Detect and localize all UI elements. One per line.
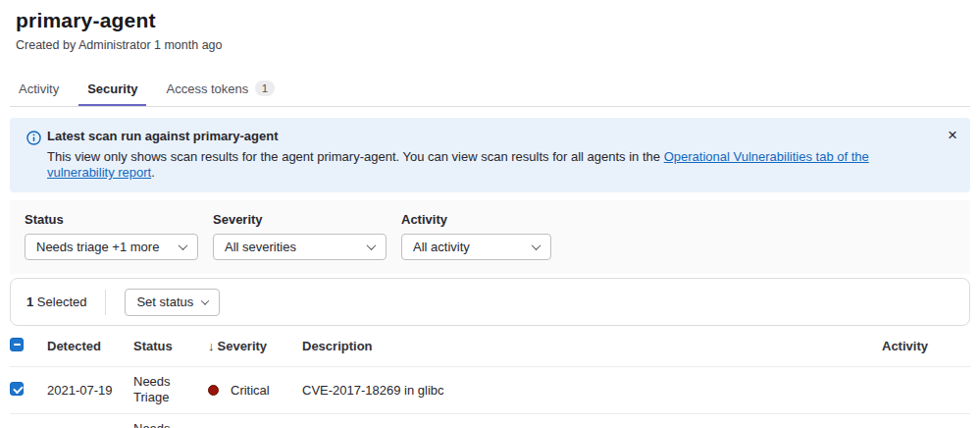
tab-activity[interactable]: Activity: [10, 75, 68, 106]
access-tokens-count-badge: 1: [255, 80, 274, 96]
column-header-detected: Detected: [47, 326, 133, 366]
selected-count-label: Selected: [37, 294, 87, 309]
chevron-down-icon: [179, 241, 188, 250]
chevron-down-icon: [367, 241, 377, 250]
cell-activity: [882, 366, 970, 413]
page-subtitle: Created by Administrator 1 month ago: [16, 38, 980, 53]
tab-security-label: Security: [87, 81, 137, 96]
banner-text: This view only shows scan results for th…: [47, 149, 927, 181]
tab-bar: Activity Security Access tokens 1: [10, 74, 970, 107]
cell-activity: [882, 413, 970, 428]
severity-filter-group: Severity All severities: [213, 212, 387, 260]
banner-close-icon[interactable]: ×: [948, 127, 957, 143]
column-header-severity[interactable]: ↓Severity: [208, 326, 302, 366]
cell-detected: 2021-07-19: [47, 413, 133, 428]
column-header-description: Description: [302, 326, 882, 366]
scan-info-banner: Latest scan run against primary-agent Th…: [10, 118, 970, 192]
cell-description: CVE-2017-18269 in glibc: [302, 366, 882, 413]
banner-title: Latest scan run against primary-agent: [47, 129, 927, 144]
tab-access-tokens-label: Access tokens: [166, 81, 248, 96]
tab-activity-label: Activity: [19, 81, 59, 96]
vulnerability-table: Detected Status ↓Severity Description Ac…: [10, 326, 970, 428]
selected-count-number: 1: [26, 294, 33, 309]
chevron-down-icon: [532, 241, 542, 250]
critical-severity-icon: [208, 385, 219, 396]
severity-filter-value: All severities: [225, 240, 296, 254]
status-filter-label: Status: [25, 212, 198, 228]
cell-severity: Critical: [208, 413, 302, 428]
severity-filter-dropdown[interactable]: All severities: [213, 234, 387, 260]
column-header-severity-label: Severity: [218, 339, 268, 353]
status-filter-group: Status Needs triage +1 more: [25, 212, 198, 260]
filter-bar: Status Needs triage +1 more Severity All…: [10, 200, 970, 274]
set-status-button[interactable]: Set status: [125, 289, 220, 316]
cell-status: Needs Triage: [133, 366, 208, 413]
activity-filter-label: Activity: [401, 212, 551, 228]
activity-filter-dropdown[interactable]: All activity: [401, 234, 551, 260]
info-circle-icon: [26, 131, 41, 145]
sort-descending-icon: ↓: [208, 339, 215, 353]
banner-text-after-link: .: [151, 165, 155, 180]
chevron-down-icon: [201, 296, 209, 304]
table-row[interactable]: 2021-07-19 Needs Triage Critical CVE-201…: [10, 413, 970, 428]
select-all-checkbox[interactable]: [10, 338, 24, 351]
table-row[interactable]: 2021-07-19 Needs Triage Critical CVE-201…: [10, 366, 970, 413]
cell-status: Needs Triage: [133, 413, 208, 428]
tab-security[interactable]: Security: [78, 75, 146, 106]
severity-label: Critical: [231, 383, 270, 398]
status-filter-value: Needs triage +1 more: [36, 240, 159, 254]
vertical-divider: [105, 290, 106, 315]
column-header-activity: Activity: [882, 326, 970, 366]
cell-detected: 2021-07-19: [47, 366, 133, 413]
cell-severity: Critical: [208, 366, 302, 413]
banner-text-before-link: This view only shows scan results for th…: [47, 149, 664, 164]
activity-filter-value: All activity: [413, 240, 470, 254]
row-checkbox[interactable]: [10, 382, 24, 396]
cell-description: CVE-2017-16997 in glibc: [302, 413, 882, 428]
bulk-action-bar: 1 Selected Set status: [10, 278, 970, 326]
set-status-label: Set status: [136, 294, 193, 309]
table-header-row: Detected Status ↓Severity Description Ac…: [10, 326, 970, 366]
severity-filter-label: Severity: [213, 212, 387, 228]
activity-filter-group: Activity All activity: [401, 212, 551, 260]
selected-count: 1 Selected: [26, 294, 86, 309]
column-header-status: Status: [133, 326, 208, 366]
tab-access-tokens[interactable]: Access tokens 1: [157, 74, 283, 106]
status-filter-dropdown[interactable]: Needs triage +1 more: [25, 234, 198, 260]
page-title: primary-agent: [16, 7, 980, 33]
